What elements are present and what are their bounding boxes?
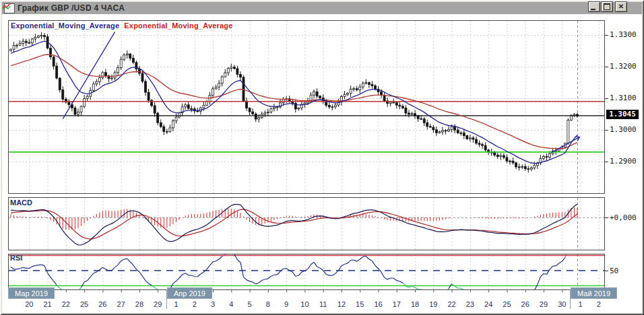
candle-body [411, 114, 413, 114]
candle-body [439, 132, 441, 133]
candle-body [334, 105, 336, 107]
candle-body [496, 155, 498, 156]
candle-body [246, 101, 248, 108]
candle-body [353, 89, 355, 90]
day-axis-label: 16 [374, 300, 382, 308]
candle-body [457, 130, 459, 133]
candle-body [233, 67, 235, 69]
day-axis-label: 20 [25, 300, 33, 308]
day-axis-label: 26 [98, 300, 106, 308]
candle-body [460, 133, 462, 133]
candle-body [96, 81, 98, 84]
candle-body [80, 106, 82, 112]
candle-body [102, 73, 104, 78]
day-axis-label: 23 [466, 300, 474, 308]
candle-body [494, 152, 496, 155]
candle-body [383, 95, 385, 101]
candle-body [185, 105, 187, 107]
candle-body [484, 145, 486, 150]
price-axis-label: 1.2900 [610, 157, 637, 166]
candle-body [175, 117, 177, 120]
macd-panel-label: MACD [10, 199, 32, 207]
day-axis-label: 10 [300, 300, 309, 308]
candle-body [463, 133, 465, 135]
candle-body [120, 59, 122, 67]
candle-body [515, 163, 517, 167]
candle-body [451, 127, 453, 129]
day-axis-label: 4 [229, 300, 233, 308]
day-axis-label: 29 [154, 300, 162, 308]
candle-body [270, 109, 272, 112]
candle-body [503, 155, 505, 158]
candle-body [169, 128, 171, 131]
candle-body [573, 114, 575, 115]
candle-body [546, 157, 548, 158]
candle-body [534, 166, 536, 168]
candle-body [475, 139, 477, 143]
main-panel[interactable] [9, 21, 605, 194]
month-label-apr: Апр 2019 [167, 287, 212, 299]
candle-body [191, 108, 193, 109]
candle-body [145, 81, 147, 92]
chart-canvas[interactable] [0, 0, 644, 315]
candle-body [527, 169, 529, 170]
candle-body [417, 116, 419, 118]
candle-body [230, 67, 232, 69]
candle-body [74, 108, 76, 114]
macd-zero-label: +0,000 [610, 213, 637, 222]
candle-body [221, 77, 223, 83]
candle-body [521, 166, 523, 167]
candle-body [313, 92, 315, 95]
candle-body [567, 120, 569, 143]
candle-body [141, 73, 143, 81]
candle-body [203, 105, 205, 108]
candle-body [28, 42, 30, 43]
candle-body [524, 166, 526, 168]
day-axis-label: 26 [521, 300, 529, 308]
candle-body [37, 36, 39, 38]
price-axis-label: 1.3100 [610, 94, 637, 102]
candle-body [255, 114, 257, 119]
candle-body [408, 113, 410, 114]
candle-body [53, 57, 55, 67]
candle-body [123, 55, 125, 59]
candle-body [441, 131, 443, 132]
candle-body [420, 118, 422, 119]
candle-body [435, 130, 437, 133]
candle-body [86, 96, 88, 98]
macd-panel[interactable] [9, 198, 605, 250]
candle-body [500, 155, 502, 157]
day-axis-label: 3 [211, 300, 215, 308]
rsi-panel[interactable] [9, 254, 605, 290]
day-axis-label: 15 [356, 300, 364, 308]
candle-body [77, 112, 79, 114]
candle-body [236, 69, 238, 75]
candle-body [426, 123, 428, 127]
candle-body [506, 158, 508, 161]
day-axis-label: 2 [193, 300, 197, 308]
candle-body [258, 118, 260, 119]
candle-body [319, 96, 321, 98]
day-axis-label: 22 [447, 300, 455, 308]
candle-body [132, 58, 134, 62]
candle-body [160, 123, 162, 127]
candle-body [16, 45, 18, 46]
candle-body [466, 136, 468, 139]
candle-body [267, 112, 269, 112]
candle-body [227, 68, 229, 73]
candle-body [50, 48, 52, 57]
candle-body [472, 138, 474, 139]
day-axis-label: 29 [540, 300, 548, 308]
candle-body [68, 102, 70, 105]
candle-body [359, 87, 361, 90]
month-label-may: Май 2019 [571, 287, 617, 299]
candle-body [25, 41, 27, 42]
candle-body [148, 92, 150, 100]
candle-body [509, 161, 511, 162]
candle-body [331, 107, 333, 108]
candle-body [374, 85, 376, 89]
day-axis-label: 11 [319, 300, 327, 308]
candle-body [34, 37, 36, 39]
candle-body [344, 94, 346, 96]
day-axis-label: 22 [62, 300, 70, 308]
